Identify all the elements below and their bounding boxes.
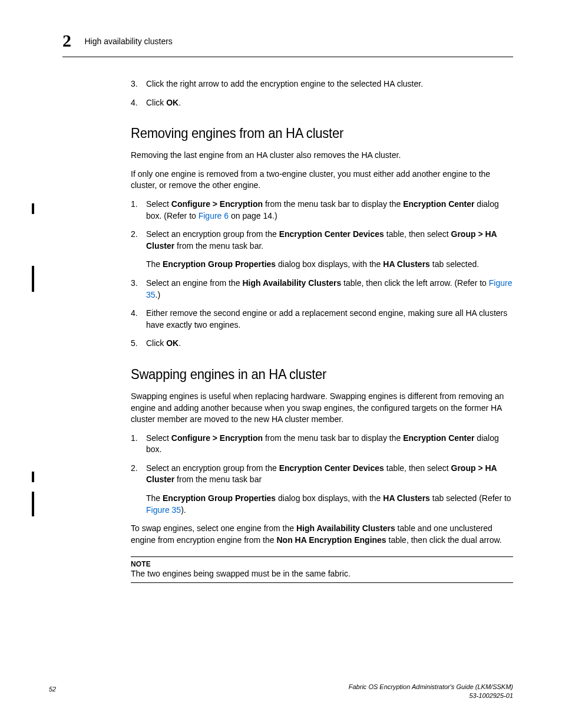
text: from the menu task bar. <box>174 241 263 251</box>
figure-link[interactable]: Figure 35 <box>146 505 181 515</box>
footer-doc-number: 53-1002925-01 <box>349 691 513 700</box>
bold-text: Encryption Center <box>403 433 474 443</box>
list-number: 1. <box>131 199 146 222</box>
bold-text: Encryption Center <box>403 199 474 209</box>
text: from the menu task bar to display the <box>263 433 403 443</box>
text: . <box>178 338 181 348</box>
list-number: 1. <box>131 433 146 456</box>
bold-text: Encryption Group Properties <box>163 259 276 269</box>
text: Click <box>146 338 166 348</box>
text: Click <box>146 98 166 107</box>
paragraph: To swap engines, select one engine from … <box>131 523 513 546</box>
revision-bar <box>32 492 34 516</box>
text: tab selected. <box>430 259 479 269</box>
bold-text: High Availability Clusters <box>242 278 341 288</box>
text: Select an encryption group from the <box>146 463 279 473</box>
list-number: 2. <box>131 463 146 516</box>
bold-text: HA Clusters <box>383 493 430 503</box>
footer-doc-title: Fabric OS Encryption Administrator's Gui… <box>349 683 513 691</box>
bold-text: Encryption Center Devices <box>279 229 384 239</box>
page-content: 3. Click the right arrow to add the encr… <box>131 78 513 583</box>
section-heading-swapping: Swapping engines in an HA cluster <box>131 366 482 383</box>
list-body: Either remove the second engine or add a… <box>146 308 513 331</box>
bold-text: Non HA Encryption Engines <box>276 535 386 545</box>
list-number: 5. <box>131 338 146 350</box>
footer-doc-info: Fabric OS Encryption Administrator's Gui… <box>349 683 513 700</box>
note-top-rule <box>131 556 513 557</box>
text: The <box>146 493 163 503</box>
bold-text: High Availability Clusters <box>296 523 395 533</box>
text: Select <box>146 433 171 443</box>
list-number: 4. <box>131 308 146 331</box>
bold-text: HA Clusters <box>383 259 430 269</box>
paragraph: If only one engine is removed from a two… <box>131 169 513 192</box>
list-item: 1. Select Configure > Encryption from th… <box>131 433 513 456</box>
text: table, then click the dual arrow. <box>386 535 502 545</box>
text: To swap engines, select one engine from … <box>131 523 296 533</box>
figure-link[interactable]: Figure 6 <box>199 211 229 220</box>
bold-text: Encryption Center Devices <box>279 463 384 473</box>
list-body: Click the right arrow to add the encrypt… <box>146 78 513 90</box>
text: dialog box displays, with the <box>276 493 383 503</box>
running-header-title: High availability clusters <box>84 37 172 46</box>
revision-bar <box>32 266 34 292</box>
list-body: Select Configure > Encryption from the m… <box>146 199 513 222</box>
text: from the menu task bar <box>174 475 262 484</box>
sub-paragraph: The Encryption Group Properties dialog b… <box>146 259 513 271</box>
list-item: 2. Select an encryption group from the E… <box>131 463 513 516</box>
list-body: Select an engine from the High Availabil… <box>146 278 513 301</box>
text: .) <box>156 290 161 299</box>
list-item: 4. Either remove the second engine or ad… <box>131 308 513 331</box>
text: table, then select <box>384 229 451 239</box>
list-number: 4. <box>131 97 146 109</box>
text: ). <box>181 505 186 515</box>
bold-text: Configure > Encryption <box>171 199 263 209</box>
list-item: 4. Click OK. <box>131 97 513 109</box>
list-item: 5. Click OK. <box>131 338 513 350</box>
sub-paragraph: The Encryption Group Properties dialog b… <box>146 493 513 516</box>
text: from the menu task bar to display the <box>263 199 403 209</box>
text: tab selected (Refer to <box>430 493 511 503</box>
text: Select an encryption group from the <box>146 229 279 239</box>
text: table, then select <box>384 463 451 473</box>
text: Select <box>146 199 171 209</box>
paragraph: Removing the last engine from an HA clus… <box>131 150 513 162</box>
bold-text: OK <box>166 98 178 107</box>
list-body: Click OK. <box>146 338 513 350</box>
list-item: 3. Click the right arrow to add the encr… <box>131 78 513 90</box>
list-body: Click OK. <box>146 97 513 109</box>
text: on page 14.) <box>229 211 277 220</box>
section-heading-removing: Removing engines from an HA cluster <box>131 125 482 141</box>
bold-text: Encryption Group Properties <box>163 493 276 503</box>
list-number: 2. <box>131 229 146 271</box>
page-number: 52 <box>49 686 56 693</box>
list-item: 1. Select Configure > Encryption from th… <box>131 199 513 222</box>
bold-text: Configure > Encryption <box>171 433 263 443</box>
list-number: 3. <box>131 78 146 90</box>
text: dialog box displays, with the <box>276 259 383 269</box>
list-item: 3. Select an engine from the High Availa… <box>131 278 513 301</box>
text: The <box>146 259 163 269</box>
revision-bar <box>32 203 34 214</box>
list-number: 3. <box>131 278 146 301</box>
page-header: 2 High availability clusters <box>62 31 513 57</box>
list-item: 2. Select an encryption group from the E… <box>131 229 513 271</box>
chapter-number: 2 <box>62 31 71 51</box>
bold-text: OK <box>166 338 178 348</box>
note-body: The two engines being swapped must be in… <box>131 568 513 583</box>
list-body: Select an encryption group from the Encr… <box>146 463 513 516</box>
paragraph: Swapping engines is useful when replacin… <box>131 391 513 426</box>
text: table, then click the left arrow. (Refer… <box>341 278 489 288</box>
text: . <box>178 98 181 107</box>
text: Select an engine from the <box>146 278 242 288</box>
list-body: Select an encryption group from the Encr… <box>146 229 513 271</box>
list-body: Select Configure > Encryption from the m… <box>146 433 513 456</box>
revision-bar <box>32 472 34 482</box>
note-label: NOTE <box>131 559 482 568</box>
